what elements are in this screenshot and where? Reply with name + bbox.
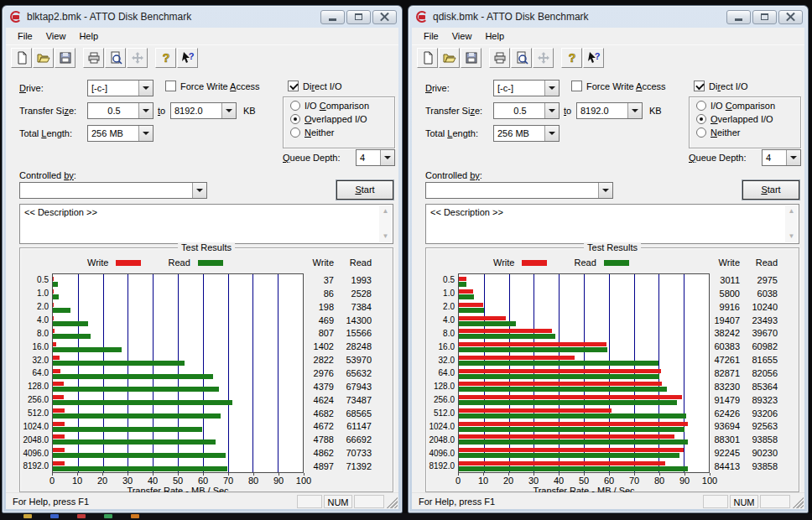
scroll-up-icon[interactable]: ▲ <box>785 205 798 217</box>
titlebar[interactable]: qdisk.bmk - ATTO Disk Benchmark <box>409 6 808 28</box>
write-bar <box>459 461 665 465</box>
taskbar-edge[interactable] <box>0 513 812 520</box>
queue-depth-arrow-icon[interactable] <box>380 150 394 165</box>
direct-io-checkbox[interactable]: Direct I/O <box>288 81 341 91</box>
radio-io-comparison[interactable]: I/O Comparison <box>696 101 800 111</box>
menu-file[interactable]: File <box>11 29 39 43</box>
taskbar-icon[interactable] <box>50 514 59 518</box>
y-tick-label: 2048.0 <box>426 433 455 446</box>
menu-file[interactable]: File <box>417 29 445 43</box>
start-button[interactable]: Start <box>742 180 799 200</box>
start-button[interactable]: Start <box>336 180 393 200</box>
description-field[interactable]: << Description >> ▲ ▼ <box>19 204 393 244</box>
radio-neither[interactable]: Neither <box>696 127 800 138</box>
save-file-button[interactable] <box>55 48 75 68</box>
context-help-button[interactable]: ? <box>177 48 198 68</box>
titlebar[interactable]: blktap2.bmk - ATTO Disk Benchmark <box>3 6 402 28</box>
drive-dropdown-arrow-icon[interactable] <box>544 81 559 96</box>
read-value: 66692 <box>321 433 372 446</box>
drive-select[interactable]: [-c-] <box>87 80 154 96</box>
queue-depth-label: Queue Depth: <box>689 153 747 163</box>
scroll-down-icon[interactable]: ▼ <box>785 231 798 242</box>
read-bar <box>459 334 555 339</box>
new-file-button[interactable] <box>417 48 438 68</box>
read-bar <box>459 387 667 392</box>
total-length-arrow-icon[interactable] <box>138 126 153 141</box>
transfer-to-arrow-icon[interactable] <box>221 103 236 118</box>
open-file-button[interactable] <box>439 48 460 68</box>
drive-select[interactable]: [-c-] <box>493 80 560 96</box>
radio-neither[interactable]: Neither <box>290 127 394 138</box>
radio-overlapped-io[interactable]: Overlapped I/O <box>290 114 394 124</box>
transfer-from-select[interactable]: 0.5 <box>493 102 560 119</box>
y-tick-label: 64.0 <box>20 367 49 380</box>
transfer-from-arrow-icon[interactable] <box>138 103 153 118</box>
pan-button[interactable] <box>127 48 148 68</box>
open-file-button[interactable] <box>33 48 54 68</box>
taskbar-icon[interactable] <box>104 514 112 518</box>
menu-view[interactable]: View <box>445 29 479 43</box>
menubar: File View Help <box>412 28 804 44</box>
chart-row-32.0 <box>459 353 709 367</box>
x-tick-label: 0 <box>445 476 471 486</box>
force-write-access-checkbox[interactable]: Force Write Access <box>571 81 666 91</box>
help-button[interactable]: ? <box>561 48 582 68</box>
transfer-from-arrow-icon[interactable] <box>544 103 559 118</box>
print-preview-button[interactable] <box>105 48 126 68</box>
direct-io-checkbox[interactable]: Direct I/O <box>694 81 747 91</box>
save-file-button[interactable] <box>461 48 481 68</box>
scroll-up-icon[interactable]: ▲ <box>379 205 392 217</box>
taskbar-icon[interactable] <box>77 514 86 518</box>
resize-grip[interactable] <box>386 495 398 508</box>
controlled-by-arrow-icon[interactable] <box>192 183 206 198</box>
resize-grip[interactable] <box>792 495 804 508</box>
total-length-arrow-icon[interactable] <box>544 126 559 141</box>
menu-view[interactable]: View <box>39 29 73 43</box>
queue-depth-select[interactable]: 4 <box>356 149 395 166</box>
controlled-by-select[interactable] <box>425 182 613 199</box>
minimize-button[interactable] <box>726 10 751 24</box>
scroll-down-icon[interactable]: ▼ <box>379 231 392 242</box>
read-bar <box>459 294 474 299</box>
controlled-by-label: Controlled by: <box>19 170 76 180</box>
force-write-access-checkbox[interactable]: Force Write Access <box>165 81 260 91</box>
print-button[interactable] <box>83 48 104 68</box>
menu-help[interactable]: Help <box>478 29 511 43</box>
maximize-button[interactable] <box>752 10 777 24</box>
menu-help[interactable]: Help <box>72 29 105 43</box>
print-preview-button[interactable] <box>511 48 532 68</box>
description-scrollbar[interactable]: ▲ ▼ <box>379 205 392 242</box>
drive-dropdown-arrow-icon[interactable] <box>138 81 153 96</box>
taskbar-icon[interactable] <box>131 514 139 518</box>
transfer-to-arrow-icon[interactable] <box>627 103 642 118</box>
total-length-select[interactable]: 256 MB <box>87 125 154 142</box>
transfer-from-select[interactable]: 0.5 <box>87 102 154 119</box>
description-scrollbar[interactable]: ▲ ▼ <box>785 205 798 242</box>
description-field[interactable]: << Description >> ▲ ▼ <box>425 204 799 244</box>
controlled-by-select[interactable] <box>19 182 207 199</box>
close-button[interactable] <box>372 10 397 24</box>
close-button[interactable] <box>778 10 803 24</box>
write-bar <box>459 303 483 307</box>
y-tick-label: 2.0 <box>20 300 49 314</box>
pan-button[interactable] <box>533 48 554 68</box>
minimize-button[interactable] <box>320 10 345 24</box>
maximize-button[interactable] <box>346 10 371 24</box>
chart-row-2048.0 <box>459 433 709 446</box>
queue-depth-select[interactable]: 4 <box>762 149 801 166</box>
help-button[interactable]: ? <box>155 48 176 68</box>
transfer-to-select[interactable]: 8192.0 <box>576 102 643 119</box>
benchmark-form: Drive: [-c-] Force Write Access Direct I… <box>412 70 804 492</box>
controlled-by-arrow-icon[interactable] <box>598 183 612 198</box>
context-help-button[interactable]: ? <box>583 48 604 68</box>
read-bar <box>459 361 658 366</box>
total-length-select[interactable]: 256 MB <box>493 125 560 142</box>
radio-io-comparison[interactable]: I/O Comparison <box>290 101 394 111</box>
queue-depth-arrow-icon[interactable] <box>786 150 800 165</box>
radio-overlapped-io[interactable]: Overlapped I/O <box>696 114 800 124</box>
taskbar-icon[interactable] <box>23 514 32 518</box>
print-button[interactable] <box>489 48 510 68</box>
new-file-button[interactable] <box>11 48 32 68</box>
transfer-to-select[interactable]: 8192.0 <box>170 102 237 119</box>
chart-row-2048.0 <box>53 433 303 446</box>
